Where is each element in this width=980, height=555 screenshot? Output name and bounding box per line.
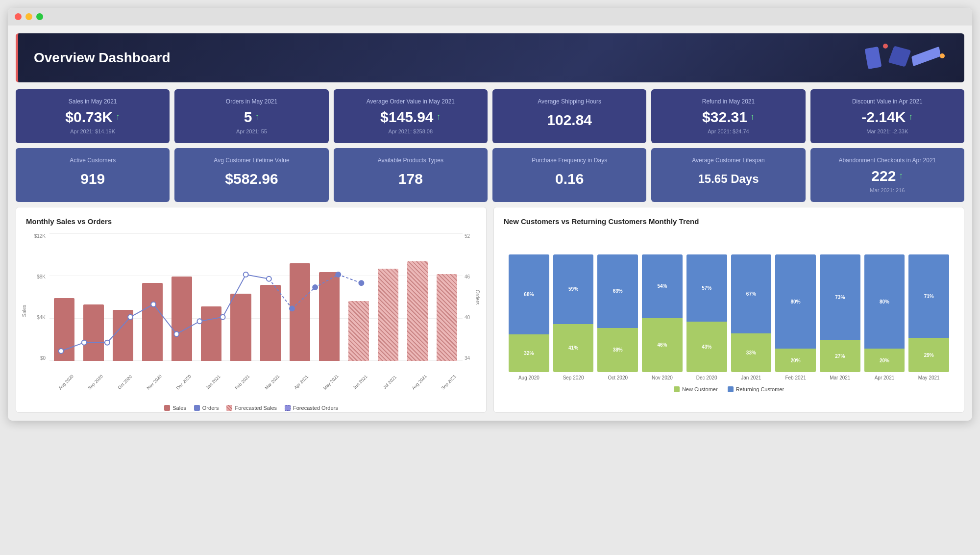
- shape-cube-left: [865, 47, 882, 69]
- stacked-column: 54%46%Nov 2020: [642, 243, 683, 380]
- legend-orders: Orders: [194, 405, 219, 411]
- kpi-ltv-label: Avg Customer Lifetime Value: [182, 157, 320, 165]
- x-axis-label: Jul 2021: [382, 375, 397, 390]
- returning-segment: 57%: [686, 254, 727, 322]
- returning-segment: 71%: [908, 254, 949, 338]
- stacked-bar: 57%43%: [686, 254, 727, 372]
- kpi-abandon-sub: Mar 2021: 216: [818, 187, 956, 193]
- stacked-bar: 80%20%: [775, 254, 816, 372]
- stacked-bar: 54%46%: [642, 254, 683, 372]
- bar: [113, 310, 133, 361]
- legend-dot-sales: [164, 405, 170, 411]
- stacked-x-label: Aug 2020: [518, 375, 539, 380]
- kpi-row-1: Sales in May 2021 $0.73K ↑ Apr 2021: $14…: [16, 89, 964, 143]
- kpi-lifespan-label: Average Customer Lifespan: [659, 157, 797, 165]
- new-segment: 38%: [597, 328, 638, 372]
- kpi-lifetime-value: Avg Customer Lifetime Value $582.96: [174, 148, 328, 202]
- kpi-avg-order-label: Average Order Value in May 2021: [342, 98, 480, 106]
- kpi-orders-may-value: 5 ↑: [182, 109, 320, 125]
- trend-up-icon: ↑: [255, 112, 259, 122]
- bar: [260, 285, 281, 361]
- stacked-chart-area: 68%32%Aug 202059%41%Sep 202063%38%Oct 20…: [504, 233, 954, 380]
- x-axis-label: Jan 2021: [205, 374, 221, 390]
- customers-trend-chart: New Customers vs Returning Customers Mon…: [493, 207, 964, 413]
- bar: [201, 306, 221, 361]
- x-axis-label: Dec 2020: [175, 374, 192, 390]
- stacked-x-label: Apr 2021: [875, 375, 895, 380]
- returning-segment: 80%: [775, 254, 816, 349]
- kpi-pfreq-label: Purchase Frequency in Days: [500, 157, 638, 165]
- new-segment: 46%: [642, 318, 683, 372]
- titlebar: [8, 8, 972, 25]
- x-axis-label: May 2021: [322, 374, 340, 391]
- trend-up-icon: ↑: [116, 112, 120, 122]
- x-axis-label: Aug 2020: [57, 374, 74, 390]
- new-segment: 32%: [509, 334, 549, 372]
- stacked-column: 80%20%Apr 2021: [864, 243, 905, 380]
- bar: [172, 277, 192, 361]
- kpi-active-cust-label: Active Customers: [24, 157, 162, 165]
- new-segment: 33%: [731, 333, 772, 372]
- returning-segment: 80%: [864, 254, 905, 349]
- close-button[interactable]: [15, 13, 22, 20]
- bar: [437, 274, 457, 361]
- bar: [230, 294, 251, 361]
- x-axis-label: Feb 2021: [234, 374, 251, 391]
- legend-dot-new: [674, 386, 680, 392]
- x-axis-label: Jun 2021: [352, 374, 368, 390]
- dashboard-header: Overview Dashboard: [16, 33, 964, 82]
- legend-sales: Sales: [164, 405, 186, 411]
- kpi-avg-order-sub: Apr 2021: $258.08: [342, 128, 480, 134]
- shape-dot-orange: [940, 53, 945, 58]
- app-window: Overview Dashboard Sales in May 2021 $0.…: [8, 8, 972, 421]
- returning-segment: 68%: [509, 254, 549, 334]
- stacked-bar: 63%38%: [597, 254, 638, 372]
- x-axis-label: Sep 2020: [87, 374, 103, 390]
- dashboard: Overview Dashboard Sales in May 2021 $0.…: [8, 25, 972, 421]
- shape-dot-red: [883, 44, 888, 49]
- stacked-bar: 59%41%: [553, 254, 594, 372]
- kpi-refund: Refund in May 2021 $32.31 ↑ Apr 2021: $2…: [651, 89, 805, 143]
- kpi-active-customers: Active Customers 919: [16, 148, 170, 202]
- new-segment: 20%: [864, 349, 905, 372]
- bar-group: May 2021: [315, 233, 344, 361]
- legend-label-new: New Customer: [682, 386, 718, 392]
- minimize-button[interactable]: [25, 13, 32, 20]
- kpi-abandonment: Abandonment Checkouts in Apr 2021 222 ↑ …: [810, 148, 964, 202]
- charts-row: Monthly Sales vs Orders $12K $8K $4K $0 …: [16, 207, 964, 413]
- kpi-sales-may-label: Sales in May 2021: [24, 98, 162, 106]
- trend-up-icon: ↑: [908, 112, 913, 122]
- kpi-discount-sub: Mar 2021: -2.33K: [818, 128, 956, 134]
- stacked-bar: 80%20%: [864, 254, 905, 372]
- stacked-bar: 67%33%: [731, 254, 772, 372]
- stacked-x-label: May 2021: [918, 375, 940, 380]
- stacked-x-label: Jan 2021: [741, 375, 761, 380]
- new-segment: 41%: [553, 324, 594, 372]
- kpi-abandon-value: 222 ↑: [818, 168, 956, 184]
- bar: [142, 283, 163, 361]
- trend-up-icon: ↑: [750, 112, 755, 122]
- legend-new-customer: New Customer: [674, 386, 718, 392]
- legend-label-sales: Sales: [172, 405, 186, 411]
- returning-segment: 73%: [820, 254, 860, 340]
- stacked-column: 57%43%Dec 2020: [686, 243, 727, 380]
- kpi-shipping-value: 102.84: [500, 112, 638, 128]
- x-axis-label: Oct 2020: [117, 374, 133, 390]
- kpi-avg-order: Average Order Value in May 2021 $145.94 …: [334, 89, 488, 143]
- bar-group: Feb 2021: [226, 233, 255, 361]
- stacked-x-label: Sep 2020: [563, 375, 584, 380]
- maximize-button[interactable]: [36, 13, 43, 20]
- shape-cube-right: [888, 46, 911, 67]
- kpi-prod-types-value: 178: [342, 171, 480, 187]
- legend-label-orders: Orders: [202, 405, 219, 411]
- stacked-bar: 73%27%: [820, 254, 860, 372]
- stacked-x-label: Nov 2020: [652, 375, 673, 380]
- legend-forecasted-sales: Forecasted Sales: [226, 405, 277, 411]
- kpi-purchase-freq: Purchase Frequency in Days 0.16: [492, 148, 646, 202]
- chart-body: $12K $8K $4K $0 Sales 52 46 40 34: [26, 233, 476, 371]
- chart2-title: New Customers vs Returning Customers Mon…: [504, 217, 954, 226]
- kpi-sales-may-sub: Apr 2021: $14.19K: [24, 128, 162, 134]
- bar-group: Sep 2021: [432, 233, 462, 361]
- legend-returning-customer: Returning Customer: [728, 386, 784, 392]
- bar: [407, 261, 428, 361]
